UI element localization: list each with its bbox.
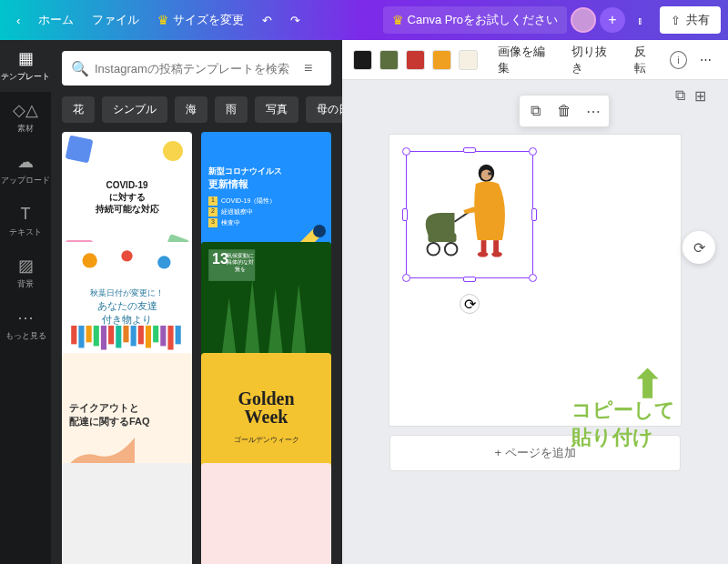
selected-image[interactable]	[412, 157, 527, 272]
crop-button[interactable]: 切り抜き	[566, 40, 622, 80]
sidebar-text[interactable]: Tテキスト	[0, 196, 51, 247]
top-toolbar: ‹ ホーム ファイル ♛サイズを変更 ↶ ↷ ♛Canva Proをお試しくださ…	[0, 0, 728, 40]
add-member-button[interactable]: +	[600, 7, 625, 33]
avatar[interactable]	[571, 7, 596, 33]
svg-point-17	[82, 254, 96, 268]
help-fab[interactable]: ⟳	[682, 231, 715, 264]
tpl-text: に対する	[96, 191, 159, 203]
tpl-text: COVID-19（陽性）	[221, 196, 276, 206]
selection-box[interactable]: ⟳	[406, 151, 533, 278]
info-icon[interactable]: i	[670, 51, 687, 69]
sidebar-more[interactable]: ⋯もっと見る	[0, 299, 51, 351]
add-page-icon[interactable]: ⊞	[694, 87, 706, 105]
svg-rect-8	[116, 326, 121, 348]
analytics-button[interactable]: ⫾	[625, 5, 654, 35]
more-icon[interactable]: ⋯	[583, 101, 603, 121]
chip[interactable]: 海	[175, 96, 207, 123]
trash-icon[interactable]: 🗑	[554, 101, 574, 121]
sidebar-templates[interactable]: ▦テンプレート	[0, 40, 51, 92]
svg-rect-13	[153, 326, 158, 342]
chip[interactable]: 写真	[255, 96, 298, 123]
artboard[interactable]: ⟳ ⬆ コピーして貼り付け	[389, 135, 681, 426]
resize-handle[interactable]	[402, 147, 410, 156]
svg-rect-10	[131, 326, 136, 346]
svg-rect-15	[167, 326, 173, 350]
crown-icon: ♛	[392, 13, 404, 27]
text-icon: T	[16, 205, 35, 223]
chip[interactable]: 雨	[215, 96, 248, 123]
svg-rect-12	[146, 326, 151, 348]
sidebar-label: もっと見る	[5, 330, 46, 342]
tpl-text: 付き物より	[90, 313, 164, 327]
tpl-text: ゴールデンウィーク	[234, 435, 299, 445]
sidebar-label: テキスト	[9, 227, 42, 238]
annotation-text: コピーして貼り付け	[571, 397, 681, 451]
sidebar-background[interactable]: ▨背景	[0, 247, 51, 299]
svg-rect-11	[138, 326, 144, 344]
svg-rect-14	[160, 326, 166, 346]
resize-handle[interactable]	[463, 277, 476, 282]
undo-button[interactable]: ↶	[253, 8, 281, 33]
svg-point-25	[445, 243, 458, 256]
template-item[interactable]	[201, 463, 331, 564]
rotate-handle[interactable]: ⟳	[460, 294, 480, 314]
resize-button[interactable]: ♛サイズを変更	[148, 6, 253, 34]
template-icon: ▦	[16, 49, 35, 67]
tpl-text: Week	[234, 407, 299, 428]
template-item[interactable]	[62, 463, 192, 564]
try-pro-button[interactable]: ♛Canva Proをお試しください	[383, 6, 567, 34]
chip[interactable]: シンプル	[102, 96, 167, 123]
resize-handle[interactable]	[463, 147, 476, 153]
tpl-text: 持続可能な対応	[96, 203, 159, 215]
duplicate-page-icon[interactable]: ⧉	[675, 87, 685, 105]
upload-icon: ⇧	[671, 14, 681, 27]
resize-handle[interactable]	[531, 208, 537, 221]
flip-button[interactable]: 反転	[629, 40, 662, 80]
svg-rect-3	[78, 326, 84, 348]
home-button[interactable]: ホーム	[29, 6, 83, 34]
svg-rect-5	[94, 326, 99, 346]
svg-rect-7	[108, 326, 114, 344]
try-pro-label: Canva Proをお試しください	[408, 12, 558, 28]
svg-point-34	[491, 252, 502, 257]
color-swatch[interactable]	[432, 50, 451, 70]
edit-image-button[interactable]: 画像を編集	[492, 40, 560, 80]
filter-icon[interactable]: ≡	[304, 60, 322, 76]
tpl-text: 経過観察中	[221, 207, 253, 217]
resize-handle[interactable]	[529, 274, 537, 282]
more-icon[interactable]: ⋯	[694, 49, 717, 70]
sidebar-uploads[interactable]: ☁アップロード	[0, 144, 51, 196]
resize-handle[interactable]	[402, 274, 410, 282]
search-input[interactable]	[95, 62, 304, 76]
share-button[interactable]: ⇧共有	[660, 6, 721, 34]
canvas-area: 画像を編集 切り抜き 反転 i ⋯ ⧉ ⊞ ⧉ 🗑 ⋯	[342, 40, 728, 564]
svg-rect-30	[488, 172, 492, 175]
color-swatch[interactable]	[459, 50, 478, 70]
resize-label: サイズを変更	[173, 12, 244, 28]
tpl-text: 秋葉日付が変更に！	[90, 287, 164, 299]
chip[interactable]: 花	[62, 96, 95, 123]
svg-point-0	[313, 225, 326, 237]
tpl-text: 配達に関するFAQ	[69, 415, 185, 428]
svg-point-33	[478, 252, 489, 257]
sidebar-label: 背景	[17, 278, 34, 290]
duplicate-icon[interactable]: ⧉	[525, 101, 545, 121]
svg-point-24	[427, 243, 440, 256]
resize-handle[interactable]	[529, 147, 537, 156]
back-button[interactable]: ‹	[7, 8, 29, 33]
search-box[interactable]: 🔍 ≡	[62, 51, 331, 86]
element-toolbar: ⧉ 🗑 ⋯	[519, 95, 610, 127]
tpl-text: COVID-19	[96, 179, 159, 191]
file-menu[interactable]: ファイル	[83, 6, 148, 34]
sidebar-label: アップロード	[1, 175, 50, 186]
resize-handle[interactable]	[402, 208, 408, 221]
color-swatch[interactable]	[406, 50, 425, 70]
svg-rect-31	[481, 240, 487, 253]
templates-panel: 🔍 ≡ 花 シンプル 海 雨 写真 母の日 › C	[51, 40, 342, 564]
svg-rect-16	[176, 326, 181, 344]
color-swatch[interactable]	[379, 50, 399, 70]
redo-button[interactable]: ↷	[281, 8, 309, 33]
sidebar-elements[interactable]: ◇△素材	[0, 92, 51, 144]
color-swatch[interactable]	[353, 50, 372, 70]
crown-icon: ♛	[157, 13, 169, 27]
